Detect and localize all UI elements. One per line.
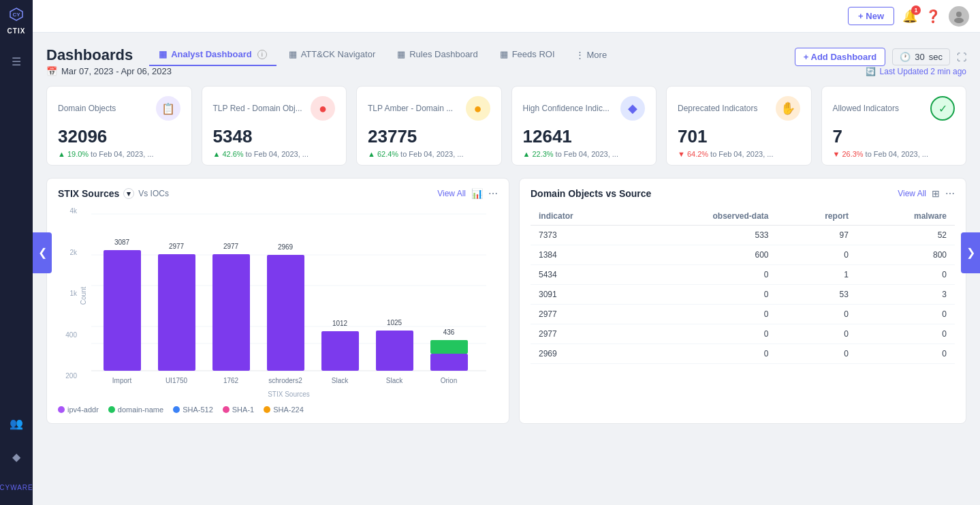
stat-card-tlp-amber: TLP Amber - Domain ... ● 23775 ▲ 62.4% t…: [356, 86, 502, 166]
svg-text:Import: Import: [112, 377, 132, 384]
bar-orion-purple[interactable]: [430, 354, 468, 371]
stat-pct-4: 64.2%: [687, 150, 708, 158]
stix-chart-more-icon[interactable]: ⋯: [488, 188, 498, 199]
table-cell-3-0: 3091: [531, 285, 632, 305]
stat-suffix-0: to Feb 04, 2023, ...: [91, 150, 153, 158]
table-row: 13846000800: [531, 245, 955, 265]
timer-clock-icon: 🕐: [900, 52, 911, 62]
svg-point-2: [956, 12, 962, 17]
table-cell-3-3: 3: [857, 285, 955, 305]
stix-chart-bar-icon[interactable]: 📊: [471, 188, 483, 199]
table-row: 73735339752: [531, 226, 955, 245]
table-cell-5-0: 2977: [531, 324, 632, 344]
content-area: Dashboards ▦ Analyst Dashboard i ▦ ATT&C…: [33, 33, 980, 505]
legend-dot-sha512: [173, 406, 180, 413]
svg-text:1762: 1762: [223, 377, 239, 384]
stix-view-all-link[interactable]: View All: [437, 189, 466, 198]
stat-card-tlp-red: TLP Red - Domain Obj... ● 5348 ▲ 42.6% t…: [202, 86, 347, 166]
table-cell-3-1: 0: [632, 285, 776, 305]
stat-change-3: ▲ 22.3% to Feb 04, 2023, ...: [523, 150, 646, 158]
bar-1762[interactable]: [212, 254, 250, 371]
legend-ipv4: ipv4-addr: [58, 405, 99, 414]
stat-value-5: 7: [833, 126, 955, 147]
last-updated-text: Last Updated 2 min ago: [880, 67, 966, 76]
nav-arrow-right[interactable]: ❯: [961, 232, 980, 273]
stat-change-5: ▼ 26.3% to Feb 04, 2023, ...: [833, 150, 955, 158]
table-cell-4-3: 0: [857, 305, 955, 324]
last-updated[interactable]: 🔄 Last Updated 2 min ago: [866, 67, 966, 76]
stat-card-icon-1: ●: [311, 96, 335, 121]
tab-rules-dashboard[interactable]: ▦ Rules Dashboard: [388, 44, 487, 66]
expand-icon[interactable]: ⛶: [957, 52, 966, 63]
stat-card-title-0: Domain Objects: [58, 104, 116, 113]
sidebar-users-icon[interactable]: 👥: [10, 417, 23, 430]
tab-analyst-info[interactable]: i: [257, 50, 267, 59]
help-icon[interactable]: ❓: [926, 9, 941, 24]
new-button[interactable]: + New: [848, 7, 894, 25]
stat-value-0: 32096: [58, 126, 180, 147]
calendar-icon: 📅: [46, 66, 57, 76]
stat-value-2: 23775: [368, 126, 490, 147]
page-title: Dashboards: [46, 46, 133, 64]
y-label-1k: 1k: [58, 290, 77, 297]
col-header-indicator: indicator: [531, 207, 632, 226]
header-right: + Add Dashboard 🕐 30 sec ⛶: [795, 48, 966, 66]
domain-table: indicator observed-data report malware 7…: [531, 207, 955, 364]
tabs-container: ▦ Analyst Dashboard i ▦ ATT&CK Navigator…: [149, 44, 795, 66]
tab-feeds-roi[interactable]: ▦ Feeds ROI: [490, 44, 565, 66]
bar-slack-1[interactable]: [321, 331, 359, 371]
legend-sha224: SHA-224: [264, 405, 304, 414]
more-button[interactable]: ⋮ More: [567, 44, 616, 65]
notification-icon[interactable]: 🔔 1: [902, 9, 917, 24]
charts-row: STIX Sources ▾ Vs IOCs View All 📊 ⋯ 4k 2…: [46, 178, 966, 424]
table-cell-4-0: 2977: [531, 305, 632, 324]
stat-card-icon-5: ✓: [930, 96, 955, 121]
stat-pct-0: 19.0%: [67, 150, 89, 158]
bar-schroders2[interactable]: [267, 255, 304, 371]
stat-arrow-3: ▲: [523, 150, 531, 158]
tab-attck-label: ATT&CK Navigator: [301, 49, 376, 59]
add-dashboard-button[interactable]: + Add Dashboard: [795, 48, 886, 66]
sidebar-diamond-icon[interactable]: ◆: [12, 450, 20, 463]
tab-analyst-dashboard[interactable]: ▦ Analyst Dashboard i: [149, 44, 276, 66]
stat-pct-2: 62.4%: [377, 150, 398, 158]
stat-value-3: 12641: [523, 126, 646, 147]
svg-text:1025: 1025: [387, 319, 402, 326]
nav-arrow-left[interactable]: ❮: [33, 232, 52, 273]
stat-card-title-1: TLP Red - Domain Obj...: [213, 104, 302, 113]
y-label-400: 400: [58, 331, 77, 339]
stix-dropdown-icon[interactable]: ▾: [123, 188, 134, 199]
date-range[interactable]: 📅 Mar 07, 2023 - Apr 06, 2023: [46, 66, 172, 76]
stat-card-title-2: TLP Amber - Domain ...: [368, 104, 453, 113]
main-content: + New 🔔 1 ❓ Dashboards ▦ Analyst Dashboa…: [33, 0, 980, 505]
svg-point-3: [954, 18, 964, 23]
sub-header: 📅 Mar 07, 2023 - Apr 06, 2023 🔄 Last Upd…: [46, 66, 966, 76]
table-row: 2977000: [531, 324, 955, 344]
timer-pill[interactable]: 🕐 30 sec: [892, 48, 950, 65]
bar-slack-2[interactable]: [376, 331, 413, 371]
col-header-report: report: [777, 207, 857, 226]
sidebar-cyware-label: CYWARE: [0, 484, 33, 491]
user-avatar[interactable]: [949, 6, 969, 27]
bar-orion-green[interactable]: [430, 340, 468, 354]
stix-sources-chart: STIX Sources ▾ Vs IOCs View All 📊 ⋯ 4k 2…: [46, 178, 509, 424]
domain-table-more-icon[interactable]: ⋯: [945, 188, 955, 199]
stat-suffix-4: to Feb 04, 2023, ...: [710, 150, 773, 158]
stat-card-icon-3: ◆: [620, 96, 645, 121]
domain-view-all-link[interactable]: View All: [898, 189, 926, 198]
table-cell-0-2: 97: [777, 226, 857, 245]
legend-dot-sha224: [264, 406, 270, 413]
sidebar-logo-icon: CY: [9, 7, 24, 23]
bar-ui1750[interactable]: [158, 254, 195, 371]
domain-table-grid-icon[interactable]: ⊞: [932, 188, 940, 199]
svg-text:Slack: Slack: [386, 377, 403, 384]
legend-sha1: SHA-1: [223, 405, 254, 414]
col-header-malware: malware: [857, 207, 955, 226]
table-cell-0-0: 7373: [531, 226, 632, 245]
tab-attck-icon: ▦: [289, 49, 297, 59]
notification-badge: 1: [911, 5, 921, 15]
bar-import[interactable]: [104, 250, 141, 371]
sidebar-menu-icon[interactable]: ☰: [12, 55, 21, 68]
tab-attck-navigator[interactable]: ▦ ATT&CK Navigator: [279, 44, 385, 66]
tab-feeds-label: Feeds ROI: [512, 49, 555, 59]
